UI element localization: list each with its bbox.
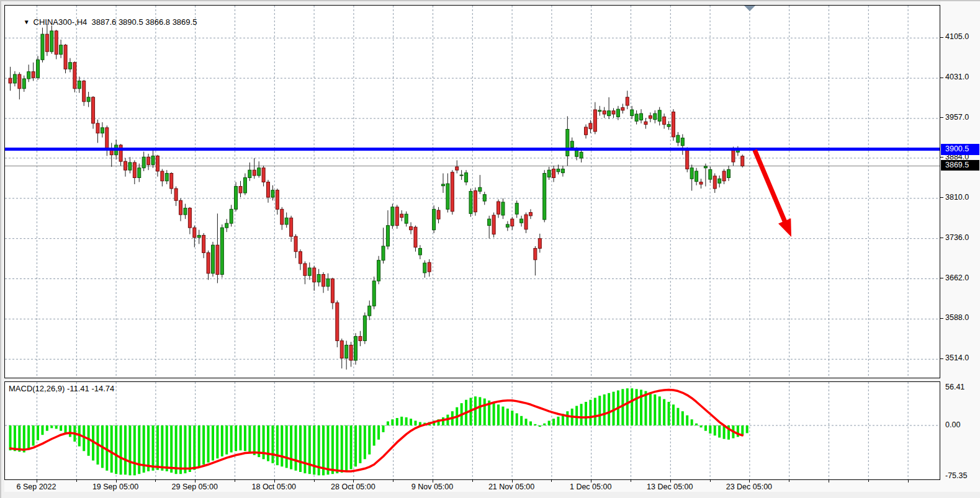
macd-chart[interactable] <box>5 382 940 479</box>
candle-bull <box>640 113 643 120</box>
candle-bear <box>428 262 431 272</box>
time-axis[interactable]: 6 Sep 202219 Sep 05:0029 Sep 05:0018 Oct… <box>4 480 940 492</box>
candle-bear <box>331 279 334 303</box>
candle-bear <box>589 123 592 129</box>
macd-histogram-bar <box>566 411 569 425</box>
red-arrow-head[interactable] <box>778 218 791 237</box>
candle-bear <box>395 207 398 226</box>
price-axis-label: 3588.0 <box>945 313 969 322</box>
candle-bull <box>142 157 145 168</box>
candle-bull <box>41 34 44 60</box>
macd-histogram-bar <box>124 425 127 474</box>
macd-histogram-bar <box>202 425 205 465</box>
macd-histogram-bar <box>511 411 513 425</box>
macd-histogram-bar <box>37 425 39 440</box>
macd-histogram-bar <box>184 425 186 473</box>
candle-bull <box>506 225 509 227</box>
macd-histogram-bar <box>534 424 536 425</box>
candle-bull <box>230 209 233 223</box>
macd-histogram-bar <box>391 419 393 425</box>
price-tick <box>940 197 943 198</box>
price-axis[interactable]: 4105.04031.03957.03884.03810.03736.03662… <box>940 1 980 498</box>
time-axis-label: 21 Nov 05:00 <box>477 482 546 491</box>
candlestick-chart[interactable] <box>5 6 940 378</box>
macd-histogram-bar <box>405 417 408 425</box>
candle-bull <box>501 202 505 215</box>
price-axis-label: 4031.0 <box>945 73 969 81</box>
candle-bear <box>626 97 629 105</box>
horizontal-line-object[interactable] <box>5 148 940 151</box>
macd-histogram-bar <box>396 418 398 425</box>
candle-bull <box>372 281 375 306</box>
time-tick <box>710 480 711 482</box>
candle-bear <box>474 191 477 212</box>
time-axis-label: 19 Sep 05:00 <box>81 482 150 491</box>
macd-histogram-bar <box>714 425 716 435</box>
macd-histogram-bar <box>128 425 131 475</box>
candle-bull <box>658 110 661 122</box>
chart-shift-marker-icon[interactable] <box>744 6 755 11</box>
candle-bull <box>317 275 320 282</box>
macd-histogram-bar <box>23 425 25 452</box>
macd-histogram-bar <box>235 425 237 451</box>
candle-bull <box>709 169 712 179</box>
macd-histogram-bar <box>336 425 338 473</box>
macd-histogram-bar <box>364 425 366 459</box>
candle-bear <box>124 161 127 170</box>
macd-histogram-bar <box>115 425 117 474</box>
price-axis-label: 4105.0 <box>945 32 969 41</box>
macd-histogram-bar <box>179 425 182 474</box>
macd-histogram-bar <box>354 425 357 466</box>
price-chart-panel[interactable]: ▼CHINA300-,H4 3887.6 3890.5 3866.8 3869.… <box>4 5 940 378</box>
candle-bull <box>460 175 463 176</box>
candle-bear <box>18 74 21 89</box>
candle-bull <box>520 219 523 223</box>
macd-histogram-bar <box>156 425 159 470</box>
candle-bear <box>179 200 182 215</box>
macd-histogram-bar <box>299 425 302 472</box>
macd-histogram-bar <box>585 402 587 425</box>
macd-histogram-bar <box>479 397 481 425</box>
macd-histogram-bar <box>718 425 721 438</box>
price-axis-label: 3810.0 <box>945 193 969 202</box>
candle-bull <box>433 209 436 229</box>
candle-bear <box>207 252 210 273</box>
candle-bear <box>133 162 136 178</box>
time-axis-label: 18 Oct 05:00 <box>240 482 308 491</box>
macd-histogram-bar <box>442 417 444 425</box>
candle-bear <box>313 268 316 282</box>
macd-histogram-bar <box>686 416 688 425</box>
candle-bear <box>451 172 454 211</box>
macd-histogram-bar <box>267 425 269 461</box>
macd-histogram-bar <box>18 425 20 451</box>
candle-bull <box>165 173 168 180</box>
candle-bear <box>410 226 413 229</box>
macd-histogram-bar <box>677 408 679 425</box>
macd-histogram-bar <box>41 425 43 435</box>
price-tick <box>940 78 943 78</box>
macd-histogram-bar <box>691 419 693 425</box>
candle-bull <box>635 114 638 121</box>
candle-bear <box>612 111 615 114</box>
macd-histogram-bar <box>483 399 486 425</box>
macd-histogram-bar <box>350 425 353 469</box>
candle-bull <box>22 79 25 89</box>
candle-bull <box>363 316 366 340</box>
candle-bull <box>37 60 40 78</box>
candle-bull <box>718 179 721 183</box>
macd-histogram-bar <box>69 425 71 437</box>
candle-bull <box>308 268 311 275</box>
candle-bear <box>585 127 588 135</box>
red-arrow-shaft[interactable] <box>755 150 786 225</box>
macd-histogram-bar <box>341 425 343 473</box>
macd-indicator-panel[interactable]: MACD(12,26,9) -11.41 -14.74 <box>4 381 940 480</box>
triangle-down-icon[interactable]: ▼ <box>24 19 30 25</box>
macd-histogram-bar <box>548 420 551 425</box>
candle-bear <box>400 214 403 217</box>
time-axis-label: 29 Sep 05:00 <box>161 482 229 491</box>
candle-bear <box>359 336 362 340</box>
chart-window: ▼CHINA300-,H4 3887.6 3890.5 3866.8 3869.… <box>0 0 980 498</box>
macd-histogram-bar <box>613 392 615 425</box>
candle-bear <box>202 235 205 252</box>
candle-bear <box>216 245 219 274</box>
